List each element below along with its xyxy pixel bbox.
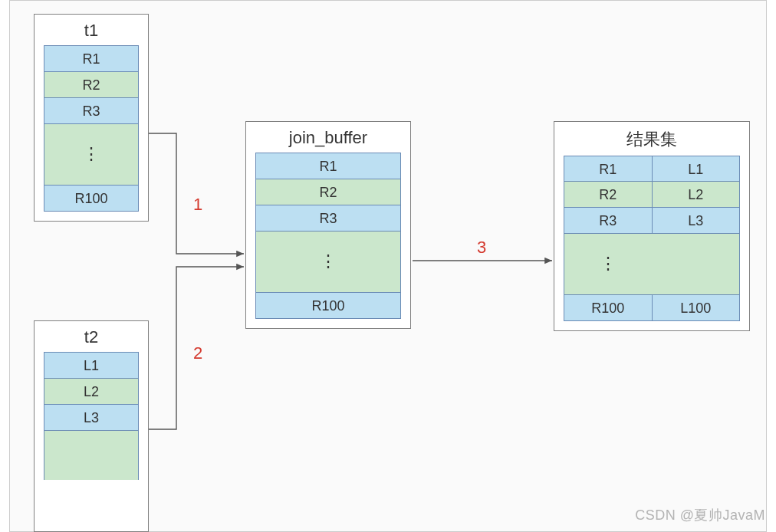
result-cell: R100 xyxy=(564,295,652,321)
edge-label-2: 2 xyxy=(193,343,202,363)
join-buffer: join_buffer R1 R2 R3 R100 xyxy=(245,121,411,329)
result-ellipsis-cell xyxy=(652,234,740,295)
edge-label-3: 3 xyxy=(477,238,486,258)
t1-row: R100 xyxy=(44,186,139,212)
result-row: R1 L1 xyxy=(564,156,740,182)
t1-row: R2 xyxy=(44,72,139,98)
watermark: CSDN @夏帅JavaM xyxy=(635,506,765,524)
table-t1: t1 R1 R2 R3 R100 xyxy=(34,14,149,222)
jb-row: R2 xyxy=(255,179,401,205)
result-ellipsis xyxy=(564,234,740,295)
result-row: R2 L2 xyxy=(564,182,740,208)
result-cell: R3 xyxy=(564,208,652,234)
edge-label-1: 1 xyxy=(193,195,202,215)
table-t2: t2 L1 L2 L3 xyxy=(34,320,149,532)
t2-title: t2 xyxy=(35,321,148,352)
t1-row: R3 xyxy=(44,98,139,124)
t1-ellipsis xyxy=(44,124,139,186)
result-cell: L3 xyxy=(652,208,741,234)
jb-ellipsis xyxy=(255,232,401,293)
t2-ellipsis xyxy=(44,431,139,480)
jb-row: R100 xyxy=(255,293,401,319)
t2-row: L2 xyxy=(44,379,139,405)
t1-row: R1 xyxy=(44,46,139,72)
t2-row: L3 xyxy=(44,405,139,431)
result-cell: R1 xyxy=(564,156,652,182)
jb-row: R3 xyxy=(255,205,401,232)
result-title: 结果集 xyxy=(554,122,749,156)
result-row: R3 L3 xyxy=(564,208,740,234)
result-cell: L1 xyxy=(652,156,741,182)
jb-row: R1 xyxy=(255,153,401,179)
result-row: R100 L100 xyxy=(564,295,740,321)
result-cell: L2 xyxy=(652,182,741,208)
result-cell: R2 xyxy=(564,182,652,208)
jb-title: join_buffer xyxy=(246,122,410,153)
result-cell: L100 xyxy=(652,295,741,321)
t1-title: t1 xyxy=(35,15,148,45)
result-ellipsis-cell xyxy=(564,234,652,295)
result-set: 结果集 R1 L1 R2 L2 R3 L3 R100 L100 xyxy=(554,121,750,331)
t2-row: L1 xyxy=(44,353,139,379)
